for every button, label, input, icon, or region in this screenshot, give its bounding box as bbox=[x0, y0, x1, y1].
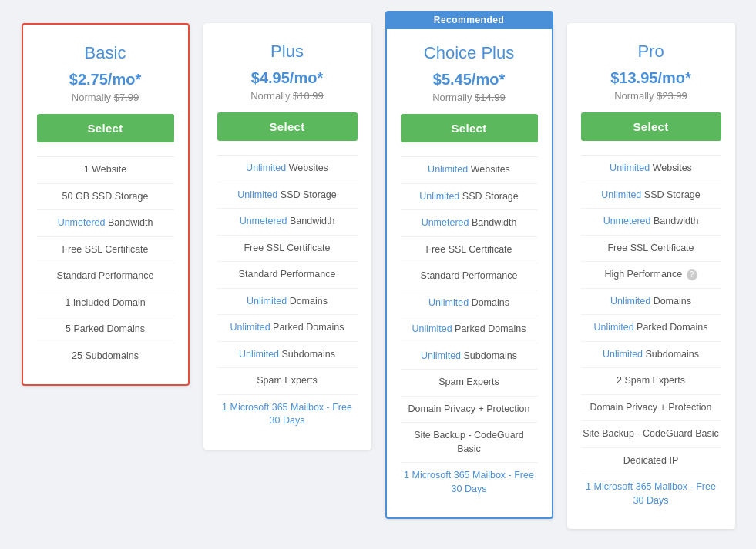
plan-normal-price-choice-plus: Normally $14.99 bbox=[401, 92, 538, 103]
feature-item: Standard Performance bbox=[37, 263, 174, 290]
plan-pro: Pro$13.95/mo*Normally $23.99SelectUnlimi… bbox=[567, 23, 735, 529]
feature-item: Standard Performance bbox=[401, 263, 538, 290]
feature-list-pro: Unlimited WebsitesUnlimited SSD StorageU… bbox=[581, 155, 721, 514]
feature-item: Unlimited Websites bbox=[581, 156, 721, 182]
feature-item: Domain Privacy + Protection bbox=[581, 395, 721, 422]
feature-item: 1 Microsoft 365 Mailbox - Free 30 Days bbox=[581, 474, 721, 514]
feature-list-basic: 1 Website50 GB SSD StorageUnmetered Band… bbox=[37, 156, 174, 369]
feature-item: Unlimited Parked Domains bbox=[401, 316, 538, 343]
plan-price-basic: $2.75/mo* bbox=[37, 71, 174, 89]
feature-item: Spam Experts bbox=[217, 368, 358, 395]
feature-list-plus: Unlimited WebsitesUnlimited SSD StorageU… bbox=[217, 155, 358, 434]
info-icon[interactable]: ? bbox=[687, 269, 697, 280]
feature-item: Unmetered Bandwidth bbox=[37, 210, 174, 237]
feature-item: Site Backup - CodeGuard Basic bbox=[401, 423, 538, 463]
plan-basic: Basic$2.75/mo*Normally $7.99Select1 Webs… bbox=[22, 23, 190, 386]
feature-item: Free SSL Certificate bbox=[401, 237, 538, 264]
select-button-plus[interactable]: Select bbox=[217, 112, 358, 141]
feature-item: Unlimited Domains bbox=[217, 289, 358, 316]
feature-item: 5 Parked Domains bbox=[37, 316, 174, 343]
feature-item: Unlimited Subdomains bbox=[401, 343, 538, 370]
feature-item: Unlimited Websites bbox=[401, 157, 538, 184]
plan-plus: Plus$4.95/mo*Normally $10.99SelectUnlimi… bbox=[203, 23, 371, 450]
feature-item: Unmetered Bandwidth bbox=[401, 210, 538, 237]
recommended-badge: Recommended bbox=[385, 11, 553, 29]
feature-item: Unlimited Parked Domains bbox=[217, 315, 358, 342]
feature-item: Unlimited Domains bbox=[401, 290, 538, 317]
feature-item: High Performance ? bbox=[581, 262, 721, 289]
feature-item: Dedicated IP bbox=[581, 448, 721, 475]
feature-item: Unlimited Subdomains bbox=[217, 342, 358, 369]
plan-choice-plus: RecommendedChoice Plus$5.45/mo*Normally … bbox=[385, 23, 553, 519]
plan-normal-price-plus: Normally $10.99 bbox=[217, 90, 358, 102]
feature-item: Free SSL Certificate bbox=[581, 236, 721, 263]
feature-item: Unlimited SSD Storage bbox=[217, 182, 358, 209]
feature-item: Unlimited SSD Storage bbox=[581, 182, 721, 209]
select-button-basic[interactable]: Select bbox=[37, 114, 174, 142]
feature-item: 50 GB SSD Storage bbox=[37, 184, 174, 211]
feature-item: Unmetered Bandwidth bbox=[581, 209, 721, 236]
feature-item: 1 Microsoft 365 Mailbox - Free 30 Days bbox=[217, 395, 358, 434]
feature-item: 1 Microsoft 365 Mailbox - Free 30 Days bbox=[401, 463, 538, 502]
feature-item: 1 Website bbox=[37, 157, 174, 184]
plan-normal-price-basic: Normally $7.99 bbox=[37, 92, 174, 103]
feature-item: 1 Included Domain bbox=[37, 290, 174, 317]
select-button-pro[interactable]: Select bbox=[581, 112, 721, 141]
feature-list-choice-plus: Unlimited WebsitesUnlimited SSD StorageU… bbox=[401, 156, 538, 502]
plan-name-choice-plus: Choice Plus bbox=[401, 43, 538, 63]
feature-item: Free SSL Certificate bbox=[37, 237, 174, 264]
feature-item: Spam Experts bbox=[401, 370, 538, 397]
feature-item: 2 Spam Experts bbox=[581, 368, 721, 395]
feature-item: Standard Performance bbox=[217, 262, 358, 289]
feature-item: Domain Privacy + Protection bbox=[401, 397, 538, 423]
plan-name-basic: Basic bbox=[37, 43, 174, 63]
plan-price-choice-plus: $5.45/mo* bbox=[401, 71, 538, 89]
select-button-choice-plus[interactable]: Select bbox=[401, 114, 538, 142]
feature-item: Site Backup - CodeGuard Basic bbox=[581, 421, 721, 448]
feature-item: Unlimited SSD Storage bbox=[401, 184, 538, 211]
pricing-container: Basic$2.75/mo*Normally $7.99Select1 Webs… bbox=[6, 0, 751, 549]
plan-name-pro: Pro bbox=[581, 42, 721, 62]
feature-item: Unlimited Domains bbox=[581, 289, 721, 316]
plan-price-pro: $13.95/mo* bbox=[581, 69, 721, 87]
feature-item: Unmetered Bandwidth bbox=[217, 209, 358, 236]
plan-normal-price-pro: Normally $23.99 bbox=[581, 90, 721, 102]
feature-item: 25 Subdomains bbox=[37, 343, 174, 370]
feature-item: Free SSL Certificate bbox=[217, 236, 358, 263]
feature-item: Unlimited Websites bbox=[217, 156, 358, 182]
feature-item: Unlimited Parked Domains bbox=[581, 315, 721, 342]
plan-name-plus: Plus bbox=[217, 42, 358, 62]
plan-price-plus: $4.95/mo* bbox=[217, 69, 358, 87]
feature-item: Unlimited Subdomains bbox=[581, 342, 721, 369]
